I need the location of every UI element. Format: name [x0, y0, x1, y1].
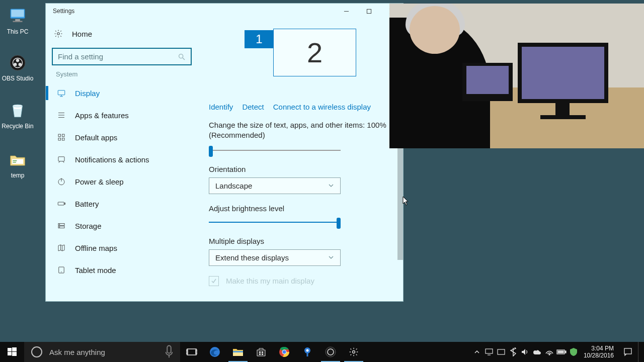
tray-display-icon[interactable]	[483, 342, 495, 362]
brightness-slider[interactable]	[209, 217, 341, 229]
search-input[interactable]: Find a setting	[52, 48, 192, 65]
desktop-icon-recycle-bin[interactable]: Recycle Bin	[0, 101, 35, 130]
desktop-icon-obs[interactable]: OBS Studio	[0, 53, 35, 82]
nav-home[interactable]: Home	[52, 23, 192, 45]
action-center-button[interactable]	[618, 342, 638, 362]
show-desktop-button[interactable]	[638, 342, 642, 362]
svg-rect-18	[58, 90, 65, 95]
link-detect[interactable]: Detect	[242, 103, 264, 111]
svg-point-9	[13, 105, 23, 107]
desktop-icon-this-pc[interactable]: This PC	[0, 6, 35, 35]
tray-security-icon[interactable]	[568, 342, 580, 362]
desktop-icon-temp[interactable]: temp	[0, 150, 35, 179]
settings-sidebar: Home Find a setting System Display Apps …	[46, 19, 198, 301]
window-titlebar[interactable]: Settings	[46, 4, 403, 19]
svg-line-17	[183, 58, 185, 60]
desktop-icon-label: temp	[0, 172, 35, 179]
svg-rect-71	[565, 351, 566, 353]
system-tray: 3:04 PM 10/28/2016	[471, 342, 644, 362]
svg-rect-32	[64, 203, 65, 205]
tray-onedrive-icon[interactable]	[531, 342, 543, 362]
edge-icon	[209, 346, 221, 358]
svg-rect-72	[558, 351, 564, 353]
svg-point-62	[326, 347, 336, 357]
svg-rect-24	[58, 134, 61, 137]
nav-storage[interactable]: Storage	[52, 215, 192, 237]
taskbar-app-explorer[interactable]	[226, 342, 250, 362]
task-view-button[interactable]	[180, 342, 203, 362]
webcam-overlay	[389, 4, 644, 148]
nav-power-sleep[interactable]: Power & sleep	[52, 170, 192, 193]
search-placeholder: Find a setting	[58, 52, 103, 61]
taskbar-app-obs[interactable]	[319, 342, 342, 362]
tray-network-icon[interactable]	[543, 342, 555, 362]
maximize-button[interactable]	[358, 4, 380, 19]
folder-icon	[8, 150, 28, 170]
nav-label: Default apps	[75, 133, 117, 142]
tray-bluetooth-icon[interactable]	[507, 342, 519, 362]
notifications-icon	[57, 155, 66, 164]
nav-notifications[interactable]: Notifications & actions	[52, 148, 192, 170]
desktop-icon-label: Recycle Bin	[0, 123, 35, 130]
display-icon	[57, 88, 66, 98]
svg-point-8	[19, 63, 22, 66]
nav-label: Offline maps	[75, 244, 117, 252]
nav-default-apps[interactable]: Default apps	[52, 126, 192, 148]
nav-offline-maps[interactable]: Offline maps	[52, 237, 192, 259]
orientation-value: Landscape	[215, 182, 252, 190]
taskbar-app-edge[interactable]	[203, 342, 226, 362]
tray-volume-icon[interactable]	[519, 342, 531, 362]
svg-rect-2	[15, 19, 20, 21]
svg-rect-46	[187, 349, 196, 355]
settings-window: Settings Home Find a setting System Disp…	[46, 4, 403, 301]
multiple-displays-label: Multiple displays	[209, 237, 392, 245]
svg-rect-31	[58, 202, 64, 205]
gear-icon	[349, 347, 359, 357]
nav-tablet-mode[interactable]: Tablet mode	[52, 259, 192, 281]
nav-label: Tablet mode	[75, 266, 116, 275]
svg-point-69	[549, 354, 550, 355]
taskbar-app-settings[interactable]	[342, 342, 365, 362]
svg-rect-27	[62, 138, 65, 141]
monitor-2[interactable]: 2	[273, 29, 356, 76]
orientation-select[interactable]: Landscape	[209, 177, 341, 194]
svg-rect-39	[59, 267, 64, 273]
nav-apps-features[interactable]: Apps & features	[52, 104, 192, 126]
svg-rect-55	[262, 353, 263, 355]
svg-rect-43	[8, 352, 12, 355]
link-wireless-display[interactable]: Connect to a wireless display	[273, 103, 371, 111]
taskbar-clock[interactable]: 3:04 PM 10/28/2016	[580, 345, 618, 359]
multiple-displays-select[interactable]: Extend these displays	[209, 249, 341, 266]
svg-rect-73	[624, 348, 631, 354]
search-icon	[178, 53, 186, 61]
svg-rect-44	[12, 352, 17, 356]
tray-overflow-button[interactable]	[471, 342, 483, 362]
svg-rect-45	[167, 346, 171, 353]
chevron-down-icon	[328, 183, 334, 189]
link-identify[interactable]: Identify	[209, 103, 233, 111]
nav-battery[interactable]: Battery	[52, 193, 192, 215]
nav-display[interactable]: Display	[52, 82, 192, 104]
brightness-label: Adjust brightness level	[209, 204, 392, 213]
scale-slider[interactable]	[209, 145, 341, 157]
svg-rect-1	[11, 10, 24, 17]
file-explorer-icon	[232, 347, 244, 357]
cortana-search[interactable]: Ask me anything	[24, 342, 180, 362]
taskbar-app-chrome[interactable]	[273, 342, 296, 362]
start-button[interactable]	[0, 342, 24, 362]
svg-point-7	[14, 63, 17, 66]
svg-rect-10	[12, 159, 23, 164]
minimize-button[interactable]	[335, 4, 358, 19]
windows-icon	[8, 347, 17, 356]
monitor-1[interactable]: 1	[245, 30, 274, 48]
tray-battery-icon[interactable]	[555, 342, 568, 362]
storage-icon	[57, 221, 66, 230]
nav-label: Power & sleep	[75, 177, 124, 186]
monitor-arrangement[interactable]: 1 2	[209, 29, 392, 76]
taskbar-app-sourcetree[interactable]	[296, 342, 319, 362]
taskbar-app-store[interactable]	[250, 342, 273, 362]
action-center-icon	[623, 347, 632, 356]
tablet-icon	[57, 265, 66, 275]
task-view-icon	[186, 347, 197, 356]
tray-input-icon[interactable]	[495, 342, 507, 362]
